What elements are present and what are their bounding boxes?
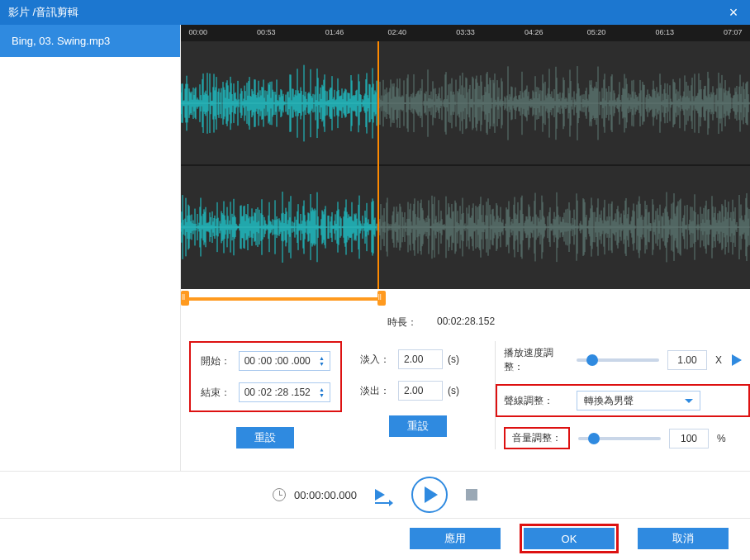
title-bar: 影片 /音訊剪輯 ×: [0, 0, 750, 25]
range-start-handle[interactable]: [181, 291, 189, 306]
trim-group: 開始： 00 :00 :00 .000 ▲▼ 結束： 00 :02 :28 .1…: [189, 341, 342, 448]
ruler-tick: 02:40: [388, 28, 407, 36]
speed-suffix: X: [715, 354, 722, 366]
ruler-tick: 06:13: [655, 28, 674, 36]
volume-suffix: %: [717, 433, 726, 444]
stop-button[interactable]: [466, 489, 477, 501]
spinner-arrows-icon[interactable]: ▲▼: [319, 387, 325, 398]
apply-button[interactable]: 應用: [410, 528, 501, 549]
start-time-value: 00 :00 :00 .000: [244, 355, 311, 367]
ok-button[interactable]: OK: [524, 528, 615, 549]
volume-input[interactable]: 100: [669, 429, 709, 448]
waveform-area[interactable]: [181, 41, 750, 289]
spinner-arrows-icon[interactable]: ▲▼: [319, 355, 325, 367]
cancel-button[interactable]: 取消: [638, 528, 729, 549]
play-button[interactable]: [411, 477, 448, 513]
goto-start-icon[interactable]: [375, 487, 393, 502]
speed-preview-play-icon[interactable]: [732, 354, 742, 366]
current-time: 00:00:00.000: [294, 489, 357, 501]
range-bar[interactable]: [189, 297, 377, 301]
file-sidebar: Bing, 03. Swing.mp3: [0, 25, 181, 471]
transport-bar: 00:00:00.000: [0, 471, 750, 519]
ruler-tick: 05:20: [587, 28, 606, 36]
fade-reset-button[interactable]: 重設: [389, 415, 447, 437]
start-time-input[interactable]: 00 :00 :00 .000 ▲▼: [239, 351, 330, 371]
speed-slider[interactable]: [577, 358, 659, 362]
ruler-tick: 04:26: [525, 28, 544, 36]
selection-range: [181, 291, 750, 311]
end-label: 結束：: [201, 386, 234, 400]
duration-label: 時長：: [387, 316, 417, 330]
voice-selected: 轉換為男聲: [584, 394, 634, 408]
dialog-footer: 應用 OK 取消: [0, 519, 750, 558]
volume-label: 音量調整：: [504, 427, 570, 449]
chevron-down-icon: [685, 399, 693, 403]
sidebar-item-label: Bing, 03. Swing.mp3: [12, 35, 110, 47]
seconds-unit: (s): [448, 354, 459, 365]
play-icon: [425, 486, 438, 503]
range-end-handle[interactable]: [377, 291, 386, 306]
duration-value: 00:02:28.152: [437, 316, 495, 330]
speed-label: 播放速度調整：: [504, 346, 568, 374]
ruler-tick: 01:46: [325, 28, 344, 36]
waveform-canvas[interactable]: [181, 41, 750, 289]
seconds-unit: (s): [448, 385, 459, 396]
end-time-input[interactable]: 00 :02 :28 .152 ▲▼: [239, 382, 330, 402]
ruler-tick: 07:07: [724, 28, 743, 36]
speed-input[interactable]: 1.00: [667, 350, 707, 370]
fade-group: 淡入： 2.00 (s) 淡出： 2.00 (s) 重設: [350, 341, 487, 445]
ruler-tick: 00:53: [257, 28, 276, 36]
fadeout-input[interactable]: 2.00: [398, 381, 443, 401]
editor-main: 00:00 00:53 01:46 02:40 03:33 04:26 05:2…: [181, 25, 750, 471]
end-time-value: 00 :02 :28 .152: [244, 387, 311, 398]
voice-dropdown[interactable]: 轉換為男聲: [577, 391, 700, 411]
window-title: 影片 /音訊剪輯: [8, 5, 78, 20]
trim-reset-button[interactable]: 重設: [236, 427, 294, 448]
clock-icon: [273, 488, 286, 501]
fadeout-label: 淡出：: [360, 384, 393, 398]
playhead-marker[interactable]: [377, 41, 379, 289]
ruler-tick: 00:00: [188, 28, 207, 36]
adjust-group: 播放速度調整： 1.00 X 聲線調整： 轉換為男聲 音量調整： 1: [495, 341, 742, 449]
volume-slider[interactable]: [578, 437, 661, 440]
voice-label: 聲線調整：: [504, 394, 568, 408]
close-icon[interactable]: ×: [725, 4, 742, 21]
ruler-tick: 03:33: [456, 28, 475, 36]
fadein-input[interactable]: 2.00: [398, 349, 443, 369]
time-ruler[interactable]: 00:00 00:53 01:46 02:40 03:33 04:26 05:2…: [181, 25, 750, 41]
timeline: 00:00 00:53 01:46 02:40 03:33 04:26 05:2…: [181, 25, 750, 311]
start-label: 開始：: [201, 354, 234, 368]
fadein-label: 淡入：: [360, 353, 393, 367]
duration-row: 時長： 00:02:28.152: [181, 311, 750, 338]
sidebar-item-file[interactable]: Bing, 03. Swing.mp3: [0, 25, 180, 57]
